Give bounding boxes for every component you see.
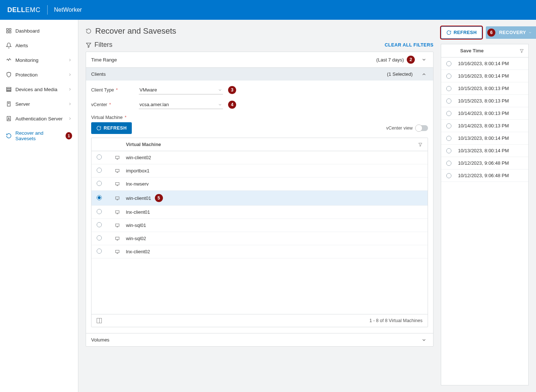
radio[interactable] [97,154,102,160]
radio[interactable] [97,195,102,200]
vm-icon [115,196,126,201]
sidebar-item-label: Monitoring [15,57,38,63]
save-time-row[interactable]: 10/13/2023, 8:00:14 PM [441,145,528,157]
sidebar-item-devices-and-media[interactable]: Devices and Media [0,82,78,97]
shield-icon [6,72,12,78]
save-time-row[interactable]: 10/16/2023, 8:00:14 PM [441,57,528,70]
vm-grid-body: win-client02importbox1lnx-nwservwin-clie… [92,151,428,314]
callout-6: 6 [487,29,495,37]
radio[interactable] [446,98,451,104]
vcenter-select[interactable]: vcsa.amer.lan [139,100,223,109]
radio[interactable] [97,249,102,254]
clients-accordion[interactable]: Clients (1 Selected) [86,67,433,81]
sidebar-item-label: Authentication Server [15,116,63,122]
refresh-button[interactable]: REFRESH [441,26,482,39]
sidebar-item-authentication-server[interactable]: Authentication Server [0,111,78,126]
sidebar-item-recover-and-savesets[interactable]: Recover and Savesets1 [0,126,78,146]
sidebar-item-server[interactable]: Server [0,97,78,111]
radio[interactable] [97,235,102,240]
columns-icon[interactable] [97,318,102,323]
svg-rect-17 [116,169,119,172]
radio[interactable] [97,181,102,186]
refresh-icon [96,126,101,131]
recovery-label: RECOVERY [499,30,526,35]
dashboard-icon [6,28,12,34]
time-range-label: Time Range [91,57,117,63]
radio[interactable] [446,136,451,141]
client-type-select[interactable]: VMware [139,86,223,94]
vm-refresh-button[interactable]: REFRESH [91,122,132,134]
vm-row[interactable]: importbox1 [92,164,428,178]
bell-icon [6,42,12,48]
vcenter-view-toggle[interactable] [416,125,428,131]
vm-row[interactable]: lnx-client01 [92,206,428,219]
column-filter-icon[interactable] [520,49,524,53]
callout-3: 3 [228,86,236,94]
chevron-down-icon [528,31,532,34]
svg-rect-26 [116,211,119,213]
chevron-down-icon [421,337,428,343]
radio[interactable] [446,123,451,128]
radio[interactable] [97,209,102,214]
radio[interactable] [97,222,102,227]
clients-body: Client Type * VMware 3 vCenter * vcsa.am… [86,81,433,330]
save-time-row[interactable]: 10/12/2023, 9:06:48 PM [441,157,528,169]
radio[interactable] [446,86,451,91]
callout-1: 1 [66,132,72,139]
save-time-row[interactable]: 10/16/2023, 8:00:14 PM [441,70,528,82]
save-time-row[interactable]: 10/12/2023, 9:06:48 PM [441,169,528,182]
radio[interactable] [446,148,451,153]
client-type-label: Client Type * [91,87,139,93]
filters-text: Filters [94,41,112,49]
vm-row[interactable]: lnx-client02 [92,245,428,258]
save-time-row[interactable]: 10/14/2023, 8:00:13 PM [441,107,528,120]
page-title: Recover and Savesets [95,26,176,36]
vm-icon [115,249,126,254]
product-name: NetWorker [54,7,82,13]
clear-all-filters[interactable]: CLEAR ALL FILTERS [385,42,433,48]
sidebar-item-label: Dashboard [15,28,40,34]
volumes-accordion[interactable]: Volumes [86,333,433,346]
vm-name: win-client02 [126,155,151,160]
recovery-button[interactable]: 6 RECOVERY [486,26,536,39]
save-time-row[interactable]: 10/15/2023, 8:00:13 PM [441,82,528,95]
save-time-panel: Save Time 10/16/2023, 8:00:14 PM10/16/20… [441,44,529,385]
recover-icon [86,28,92,34]
radio[interactable] [446,161,451,166]
vm-icon [115,182,126,186]
svg-rect-3 [9,31,11,33]
column-filter-icon[interactable] [418,142,423,147]
sidebar-item-alerts[interactable]: Alerts [0,38,78,53]
radio[interactable] [446,74,451,79]
brand-divider [47,5,48,15]
save-time-row[interactable]: 10/15/2023, 8:00:13 PM [441,95,528,107]
save-time-row[interactable]: 10/13/2023, 8:00:14 PM [441,132,528,145]
radio[interactable] [97,168,102,173]
save-time-row[interactable]: 10/14/2023, 8:00:13 PM [441,120,528,132]
clients-label: Clients [91,71,106,77]
vm-name: importbox1 [126,168,149,173]
callout-2: 2 [407,56,415,64]
radio[interactable] [446,61,451,66]
save-time-value: 10/14/2023, 8:00:13 PM [458,111,509,116]
vm-grid-footer-text: 1 - 8 of 8 Virtual Machines [369,318,423,323]
vm-row[interactable]: win-sql02 [92,232,428,245]
filters-label: Filters [86,41,112,49]
sidebar-item-dashboard[interactable]: Dashboard [0,23,78,38]
vm-icon [115,155,126,160]
vm-row[interactable]: win-client015 [92,191,428,206]
vm-grid: Virtual Machine win-client02importbox1ln… [91,138,428,327]
svg-rect-14 [116,156,119,159]
vm-row[interactable]: lnx-nwserv [92,178,428,191]
svg-rect-29 [116,224,119,227]
radio[interactable] [446,173,451,178]
time-range-accordion[interactable]: Time Range (Last 7 days) 2 [86,52,433,67]
save-time-value: 10/12/2023, 9:06:48 PM [458,173,509,178]
vm-row[interactable]: win-sql01 [92,219,428,232]
radio[interactable] [446,111,451,116]
sidebar-item-monitoring[interactable]: Monitoring [0,53,78,67]
vm-row[interactable]: win-client02 [92,151,428,164]
sidebar-item-protection[interactable]: Protection [0,67,78,82]
sidebar-item-label: Server [15,101,30,107]
chevron-up-icon [421,72,428,77]
